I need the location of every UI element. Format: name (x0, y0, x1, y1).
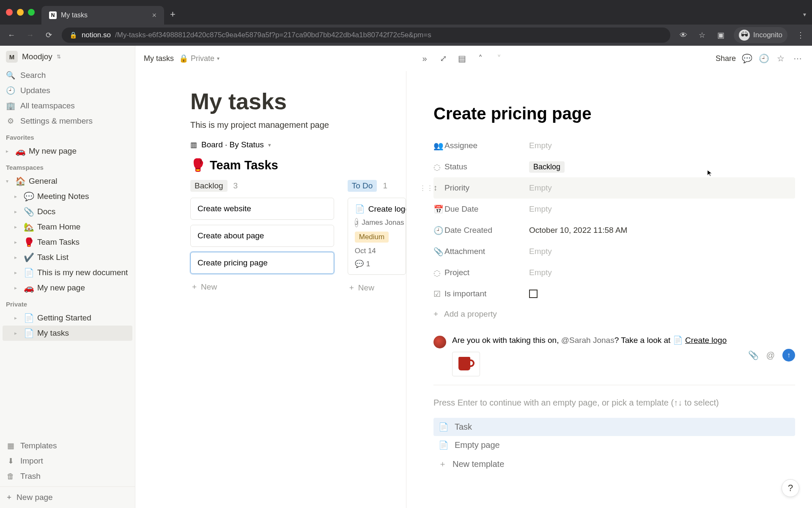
browser-tab[interactable]: N My tasks × (41, 6, 164, 25)
page-subtitle[interactable]: This is my project management page (190, 120, 406, 130)
property-row[interactable]: ◌ProjectEmpty (433, 262, 795, 283)
disclosure-icon[interactable]: ▸ (14, 209, 20, 215)
reload-button[interactable]: ⟳ (43, 30, 54, 40)
property-row[interactable]: 🕘Date CreatedOctober 10, 2022 11:58 AM (433, 220, 795, 241)
property-row[interactable]: ⋮⋮↕PriorityEmpty (433, 177, 795, 199)
sidebar-page[interactable]: ▸📄Getting Started (0, 310, 135, 326)
board-card[interactable]: Create website (190, 198, 334, 220)
add-property-button[interactable]: + Add a property (433, 304, 795, 324)
help-button[interactable]: ? (782, 479, 799, 497)
board-card-selected[interactable]: Create pricing page (190, 252, 334, 274)
sidebar-page[interactable]: ▸🏡Team Home (0, 219, 135, 235)
panel-icon[interactable]: ▣ (715, 30, 726, 40)
eye-off-icon[interactable]: 👁 (678, 31, 689, 40)
disclosure-icon[interactable]: ▸ (14, 254, 20, 260)
url-input[interactable]: 🔒 notion.so/My-tasks-e6f34988812d420c875… (62, 28, 670, 43)
board-card[interactable]: Create about page (190, 225, 334, 247)
sharing-scope[interactable]: 🔒 Private ▾ (179, 54, 219, 63)
close-window-button[interactable] (6, 9, 13, 16)
teamspace-general[interactable]: ▾ 🏠 General (0, 174, 135, 189)
property-value-empty[interactable]: Empty (529, 247, 795, 256)
disclosure-icon[interactable]: ▸ (14, 330, 20, 336)
page-reference[interactable]: Create logo (685, 336, 727, 345)
breadcrumb[interactable]: My tasks (144, 54, 174, 63)
template-option[interactable]: 📄Task (433, 418, 795, 436)
property-value-empty[interactable]: Empty (529, 141, 795, 150)
sidebar-trash[interactable]: 🗑Trash (0, 469, 135, 484)
property-value-empty[interactable]: Empty (529, 268, 795, 277)
mention-icon[interactable]: @ (766, 351, 775, 360)
template-option[interactable]: 📄Empty page (433, 436, 795, 454)
comment-text[interactable]: Are you ok with taking this on, @Sarah J… (452, 334, 742, 376)
favorite-star-icon[interactable]: ☆ (775, 53, 787, 64)
status-pill[interactable]: Backlog (529, 161, 565, 173)
column-status-tag[interactable]: To Do (348, 180, 377, 192)
add-card-button[interactable]: +New (348, 280, 406, 296)
send-comment-button[interactable]: ↑ (782, 349, 795, 362)
board-card[interactable]: 📄 Create logo J James Jonas Medium Oct 1… (348, 198, 406, 275)
disclosure-icon[interactable]: ▸ (14, 285, 20, 291)
sidebar-page[interactable]: ▸📄This is my new document (0, 265, 135, 280)
column-status-tag[interactable]: Backlog (190, 180, 228, 192)
user-mention[interactable]: @Sarah Jonas (561, 336, 614, 345)
attach-icon[interactable]: 📎 (748, 350, 759, 360)
star-icon[interactable]: ☆ (697, 30, 708, 40)
property-row[interactable]: 📎AttachmentEmpty (433, 241, 795, 262)
sidebar-page[interactable]: ▸✔️Task List (0, 250, 135, 265)
share-button[interactable]: Share (716, 54, 736, 63)
minimize-window-button[interactable] (17, 9, 24, 16)
favorite-page[interactable]: ▸ 🚗 My new page (0, 144, 135, 159)
sidebar-all-teamspaces[interactable]: 🏢All teamspaces (0, 98, 135, 113)
next-page-icon[interactable]: ˅ (493, 53, 505, 64)
disclosure-icon[interactable]: ▸ (14, 315, 20, 321)
view-switcher[interactable]: ▥ Board · By Status ▾ (190, 140, 406, 149)
sidebar-settings[interactable]: ⚙Settings & members (0, 113, 135, 129)
property-row[interactable]: ☑Is important (433, 283, 795, 304)
expand-fullwidth-icon[interactable]: ⤢ (437, 53, 449, 64)
sidebar-search[interactable]: 🔍Search (0, 68, 135, 83)
sidebar-page[interactable]: ▸💬Meeting Notes (0, 189, 135, 204)
checkbox-unchecked[interactable] (529, 290, 538, 298)
disclosure-icon[interactable]: ▸ (14, 239, 20, 245)
sidebar-import[interactable]: ⬇Import (0, 453, 135, 469)
disclosure-icon[interactable]: ▸ (6, 148, 12, 154)
drag-handle-icon[interactable]: ⋮⋮ (419, 184, 433, 193)
property-row[interactable]: 📅Due DateEmpty (433, 199, 795, 220)
property-value[interactable]: October 10, 2022 11:58 AM (529, 226, 795, 235)
tabs-overflow-icon[interactable]: ▾ (803, 11, 806, 18)
collapse-panel-icon[interactable]: » (419, 54, 431, 64)
disclosure-icon[interactable]: ▸ (14, 193, 20, 199)
more-icon[interactable]: ⋯ (792, 53, 804, 64)
peek-mode-icon[interactable]: ▤ (456, 53, 468, 64)
comments-icon[interactable]: 💬 (741, 53, 753, 64)
sidebar-page[interactable]: ▸📎Docs (0, 204, 135, 219)
sidebar-page[interactable]: ▸🥊Team Tasks (0, 235, 135, 250)
property-value-empty[interactable]: Empty (529, 183, 795, 193)
maximize-window-button[interactable] (28, 9, 35, 16)
peek-page-title[interactable]: Create pricing page (433, 104, 795, 123)
new-tab-button[interactable]: + (170, 9, 176, 20)
workspace-switcher[interactable]: M Moodjoy ⇅ (0, 46, 135, 68)
new-page-button[interactable]: + New page (0, 486, 135, 508)
browser-menu-icon[interactable]: ⋮ (795, 30, 806, 40)
template-option[interactable]: ＋New template (433, 454, 795, 474)
disclosure-icon[interactable]: ▸ (14, 270, 20, 276)
incognito-badge[interactable]: 🕶 Incognito (734, 27, 787, 43)
attachment-thumbnail[interactable] (452, 352, 480, 376)
close-tab-icon[interactable]: × (152, 11, 156, 20)
comment-composer[interactable]: Are you ok with taking this on, @Sarah J… (433, 334, 795, 385)
property-row[interactable]: 👥AssigneeEmpty (433, 135, 795, 156)
sidebar-page[interactable]: ▸🚗My new page (0, 280, 135, 295)
updates-clock-icon[interactable]: 🕘 (758, 53, 770, 64)
property-row[interactable]: ◌StatusBacklog (433, 156, 795, 177)
disclosure-icon[interactable]: ▸ (14, 224, 20, 230)
prev-page-icon[interactable]: ˄ (475, 53, 486, 64)
add-card-button[interactable]: +New (190, 279, 334, 295)
sidebar-updates[interactable]: 🕘Updates (0, 83, 135, 98)
sidebar-templates[interactable]: ▦Templates (0, 438, 135, 453)
forward-button[interactable]: → (25, 31, 36, 40)
disclosure-icon[interactable]: ▾ (6, 178, 12, 184)
page-title[interactable]: My tasks (190, 88, 406, 114)
database-title[interactable]: 🥊 Team Tasks (190, 158, 406, 172)
back-button[interactable]: ← (6, 31, 17, 40)
